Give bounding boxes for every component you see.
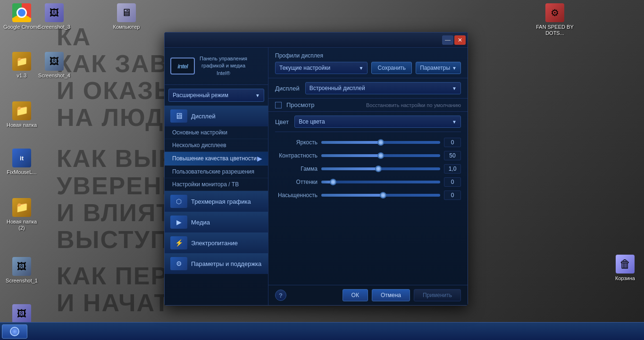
display-nav-icon: 🖥: [170, 109, 187, 123]
panel-header: Профили дисплея Текущие настройки ▼ Сохр…: [268, 48, 468, 78]
icon-fixmousel[interactable]: it FixMouseL...: [3, 149, 41, 175]
nova-papka1-icon: 📁: [12, 101, 31, 120]
contrast-slider-row: Контрастность 50: [275, 151, 461, 160]
window-footer: ? ОК Отмена Применить: [268, 285, 468, 305]
display-dropdown[interactable]: Встроенный дисплей ▼: [305, 82, 461, 94]
icon-computer[interactable]: 🖥 Компьютер: [108, 3, 145, 30]
mode-dropdown-chevron: ▼: [255, 93, 260, 98]
gamma-fill: [321, 167, 378, 170]
color-dropdown[interactable]: Все цвета ▼: [294, 116, 461, 128]
intel-panel-title: Панель управленияграфикой и медиаIntel®: [200, 55, 247, 77]
hue-slider-container[interactable]: [321, 177, 440, 187]
start-button[interactable]: [2, 324, 27, 339]
nav-item-monitor-settings[interactable]: Настройки монитора / ТВ: [165, 178, 268, 191]
nav-item-multi-display[interactable]: Несколько дисплеев: [165, 139, 268, 152]
intel-logo-area: intel Панель управленияграфикой и медиаI…: [165, 48, 268, 85]
nav-group-3d-label: Трехмерная графика: [191, 198, 251, 205]
icon-screenshot3[interactable]: 🖼 Screenshot_3: [35, 3, 73, 30]
help-button[interactable]: ?: [275, 290, 286, 301]
chrome-icon: [12, 3, 31, 22]
icon-nova-papka1[interactable]: 📁 Новая папка: [3, 101, 41, 128]
display-dropdown-chevron: ▼: [452, 86, 457, 91]
contrast-thumb[interactable]: [377, 152, 384, 159]
color-selector-row: Цвет Все цвета ▼: [275, 116, 461, 132]
brightness-value: 0: [444, 138, 461, 147]
nav-group-settings[interactable]: ⚙ Параметры и поддержка: [165, 253, 268, 274]
saturation-value: 0: [444, 191, 461, 200]
close-button[interactable]: ✕: [454, 35, 466, 45]
hue-slider-row: Оттенки 0: [275, 177, 461, 187]
icon-label-fan-speed: FAN SPEED BY DOTS...: [536, 24, 574, 36]
icon-label-screenshot3: Screenshot_3: [38, 24, 70, 30]
nav-group-power[interactable]: ⚡ Электропитание: [165, 232, 268, 253]
contrast-fill: [321, 154, 381, 157]
hue-value: 0: [444, 177, 461, 187]
gamma-slider-container[interactable]: [321, 164, 440, 174]
nav-group-3d[interactable]: ⬡ Трехмерная графика: [165, 191, 268, 212]
icon-label-computer: Компьютер: [113, 24, 140, 30]
contrast-slider-container[interactable]: [321, 151, 440, 160]
right-panel: Профили дисплея Текущие настройки ▼ Сохр…: [268, 48, 468, 305]
params-button[interactable]: Параметры ▼: [416, 62, 461, 74]
contrast-value: 50: [444, 151, 461, 160]
save-button[interactable]: Сохранить: [371, 62, 412, 74]
screenshot1-icon: 🖼: [12, 257, 31, 276]
start-orb: [10, 327, 19, 336]
gamma-value: 1,0: [444, 164, 461, 174]
contrast-label: Контрастность: [275, 152, 318, 159]
v13-icon: 📁: [12, 52, 31, 71]
brightness-slider-container[interactable]: [321, 138, 440, 147]
saturation-slider-container[interactable]: [321, 191, 440, 200]
nav-item-color-quality[interactable]: Повышение качества цветности ▶: [165, 152, 268, 166]
fixmousel-icon: it: [12, 149, 31, 167]
nav-group-media-label: Медиа: [191, 219, 210, 226]
profile-dropdown-chevron: ▼: [359, 66, 364, 71]
nav-item-custom-resolution[interactable]: Пользовательские разрешения: [165, 166, 268, 178]
cancel-button[interactable]: Отмена: [372, 289, 410, 301]
profile-row: Текущие настройки ▼ Сохранить Параметры …: [275, 62, 461, 74]
nav-section: 🖥 Дисплей Основные настройки Несколько д…: [165, 106, 268, 305]
mode-dropdown[interactable]: Расширенный режим ▼: [168, 89, 264, 102]
params-btn-chevron: ▼: [452, 66, 457, 71]
minimize-button[interactable]: —: [442, 35, 453, 45]
fan-speed-icon: ⚙: [545, 3, 564, 22]
ok-button[interactable]: ОК: [343, 289, 368, 301]
hue-thumb[interactable]: [330, 179, 336, 185]
color-label: Цвет: [275, 118, 289, 125]
saturation-fill: [321, 194, 383, 197]
nova-papka2-icon: 📁: [12, 198, 31, 217]
hue-track: [321, 181, 440, 183]
nav-item-color-quality-arrow: ▶: [257, 155, 262, 162]
preview-row: Просмотр Восстановить настройки по умолч…: [268, 99, 468, 112]
computer-icon: 🖥: [117, 3, 136, 22]
nav-group-media[interactable]: ▶ Медиа: [165, 212, 268, 232]
icon-screenshot1[interactable]: 🖼 Screenshot_1: [3, 257, 41, 284]
apply-button[interactable]: Применить: [414, 289, 461, 301]
icon-recycle-bin[interactable]: 🗑 Корзина: [606, 255, 644, 282]
profile-dropdown[interactable]: Текущие настройки ▼: [275, 62, 368, 74]
preview-checkbox[interactable]: [275, 102, 282, 108]
hue-label: Оттенки: [275, 179, 318, 185]
saturation-thumb[interactable]: [380, 192, 386, 199]
desktop: КА КАК ЗАВО И ОКАЗЫ НА ЛЮДЕ КАК ВЫРА УВЕ…: [0, 0, 644, 340]
power-nav-icon: ⚡: [170, 236, 187, 249]
icon-google-chrome[interactable]: Google Chrome: [3, 3, 41, 30]
icon-v13[interactable]: 📁 v1.3: [3, 52, 41, 79]
brightness-fill: [321, 141, 381, 144]
screenshot4-icon: 🖼: [45, 52, 64, 71]
icon-nova-papka2[interactable]: 📁 Новая папка (2): [3, 198, 41, 231]
display-selector-row: Дисплей Встроенный дисплей ▼: [268, 78, 468, 99]
preview-label: Просмотр: [286, 101, 314, 108]
intel-logo: intel: [170, 58, 195, 75]
brightness-thumb[interactable]: [377, 139, 384, 146]
gamma-thumb[interactable]: [375, 166, 382, 172]
icon-screenshot4[interactable]: 🖼 Screenshot_4: [35, 52, 73, 79]
icon-label-nova-papka1: Новая папка: [7, 122, 37, 128]
taskbar: [0, 322, 644, 340]
icon-label-recycle-bin: Корзина: [615, 275, 635, 282]
icon-fan-speed[interactable]: ⚙ FAN SPEED BY DOTS...: [536, 3, 574, 36]
nav-item-basic[interactable]: Основные настройки: [165, 126, 268, 139]
controls-area: Цвет Все цвета ▼ Яркость: [268, 112, 468, 285]
restore-defaults-link[interactable]: Восстановить настройки по умолчанию: [366, 102, 461, 108]
nav-group-display[interactable]: 🖥 Дисплей: [165, 106, 268, 126]
